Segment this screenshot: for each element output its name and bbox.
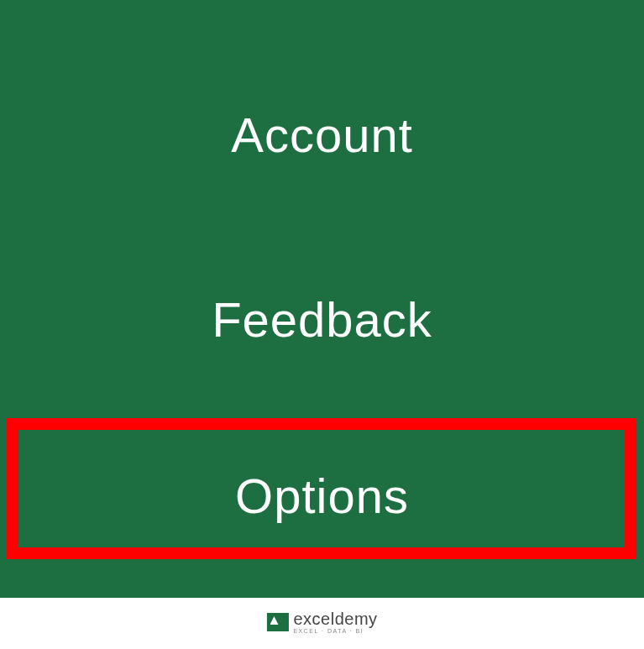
menu-item-options-label: Options [235, 468, 409, 524]
menu-item-account-label: Account [231, 107, 413, 163]
watermark-text: exceldemy EXCEL · DATA · BI [293, 610, 377, 634]
menu-item-feedback[interactable]: Feedback [0, 243, 644, 395]
exceldemy-logo-icon [266, 613, 288, 631]
watermark-sub-text: EXCEL · DATA · BI [293, 628, 377, 634]
menu-item-feedback-label: Feedback [212, 291, 432, 348]
backstage-menu-panel: Account Feedback Options [0, 0, 644, 598]
menu-item-options[interactable]: Options [0, 420, 644, 571]
watermark-main-text: exceldemy [293, 610, 377, 627]
menu-item-account[interactable]: Account [0, 59, 644, 210]
watermark: exceldemy EXCEL · DATA · BI [266, 610, 377, 634]
